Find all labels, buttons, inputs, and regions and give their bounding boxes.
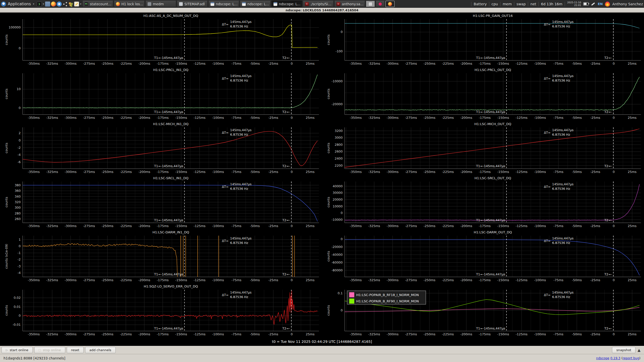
taskbar-window-button[interactable] (366, 1, 375, 7)
notes-icon[interactable] (74, 2, 79, 7)
stop-online-button[interactable]: □stop online (34, 347, 65, 353)
plot-canvas[interactable]: -350ms-325ms-300ms-275ms-250ms-225ms-200… (322, 13, 644, 67)
red-dot-icon (378, 2, 382, 6)
plot-panel[interactable]: -350ms-325ms-300ms-275ms-250ms-225ms-200… (322, 229, 644, 283)
plot-canvas[interactable]: -350ms-325ms-300ms-275ms-250ms-225ms-200… (0, 121, 322, 175)
taskbar-window-button-label: anthony.sa... (342, 2, 364, 6)
svg-text:ΔT=: ΔT= (222, 22, 229, 26)
svg-text:10000: 10000 (333, 204, 343, 208)
report-bug-link[interactable]: report bug (623, 356, 639, 360)
svg-text:T1=-145ms,447μs: T1=-145ms,447μs (154, 110, 183, 114)
svg-text:2800: 2800 (335, 143, 343, 147)
plot-panel[interactable]: -350ms-325ms-300ms-275ms-250ms-225ms-200… (322, 175, 644, 229)
window-titlebar[interactable]: ndscope: LOCKLOSS 1446864287.416504 (0, 8, 644, 13)
plot-panel[interactable]: -350ms-325ms-300ms-275ms-250ms-225ms-200… (322, 67, 644, 121)
taskbar-window-button[interactable] (385, 1, 395, 7)
ndscope-icon (273, 2, 277, 6)
taskbar-window-button[interactable]: >./scripts/Si... (303, 1, 334, 7)
svg-text:-40000: -40000 (332, 253, 343, 257)
taskbar-window-button[interactable]: H1 lock los... (114, 1, 145, 7)
plot-panel[interactable]: -350ms-325ms-300ms-275ms-250ms-225ms-200… (0, 283, 322, 337)
tray-mem-label[interactable]: mem (503, 2, 512, 6)
svg-text:T2=-: T2=- (282, 56, 290, 60)
plot-panel[interactable]: -350ms-325ms-300ms-275ms-250ms-225ms-200… (0, 121, 322, 175)
axes (345, 127, 641, 169)
plot-panel[interactable]: -350ms-325ms-300ms-275ms-250ms-225ms-200… (0, 13, 322, 67)
svg-text:6.87536 Hz: 6.87536 Hz (230, 24, 248, 28)
plot-panel[interactable]: -350ms-325ms-300ms-275ms-250ms-225ms-200… (322, 13, 644, 67)
svg-text:-250ms: -250ms (424, 116, 435, 120)
plot-canvas[interactable]: -350ms-325ms-300ms-275ms-250ms-225ms-200… (322, 229, 644, 283)
plot-canvas[interactable]: -350ms-325ms-300ms-275ms-250ms-225ms-200… (0, 67, 322, 121)
svg-text:-225ms: -225ms (442, 332, 454, 336)
collapse-triangle-icon[interactable]: ▲ (637, 348, 640, 352)
svg-text:-275ms: -275ms (83, 116, 95, 120)
chevron-down-icon[interactable]: ▾ (80, 3, 81, 5)
grid (23, 290, 319, 331)
terminal-launcher-icon[interactable]: ❯ (37, 2, 42, 7)
plot-panel[interactable]: -350ms-325ms-300ms-275ms-250ms-225ms-200… (322, 283, 644, 337)
svg-text:0: 0 (291, 278, 293, 282)
plot-canvas[interactable]: -350ms-325ms-300ms-275ms-250ms-225ms-200… (322, 121, 644, 175)
snapshot-button[interactable]: snapshot (612, 347, 635, 353)
taskbar-window-button[interactable] (376, 1, 385, 7)
start-online-button[interactable]: ▷start online (2, 347, 33, 353)
keyboard-layout-label[interactable]: EN (598, 2, 603, 6)
svg-text:-300ms: -300ms (387, 62, 399, 65)
legend[interactable]: H1:LSC-POPAIR_B_RF18_I_NORM_MONH1:LSC-PO… (347, 291, 426, 304)
tray-swap-label[interactable]: swap (517, 2, 526, 6)
flame-icon[interactable] (605, 2, 610, 7)
plot-canvas[interactable]: -350ms-325ms-300ms-275ms-250ms-225ms-200… (0, 13, 322, 67)
user-name-label[interactable]: Anthony Sanchez (612, 2, 643, 6)
plot-canvas[interactable]: -350ms-325ms-300ms-275ms-250ms-225ms-200… (0, 283, 322, 337)
version-link[interactable]: 0.19.3 (610, 356, 621, 360)
share-icon[interactable] (62, 2, 68, 7)
plot-canvas[interactable]: -350ms-325ms-300ms-275ms-250ms-225ms-200… (0, 229, 322, 283)
users-icon[interactable] (68, 2, 73, 7)
svg-text:T1=-145ms,447μs: T1=-145ms,447μs (154, 164, 183, 168)
taskbar-window-button[interactable]: ndscope: L... (240, 1, 271, 7)
play-icon: ▷ (6, 348, 8, 352)
plot-panel[interactable]: -350ms-325ms-300ms-275ms-250ms-225ms-200… (0, 67, 322, 121)
svg-text:10: 10 (17, 87, 21, 91)
taskbar-window-button-label: ndscope: L... (247, 2, 269, 6)
taskbar-window-button[interactable]: medm (145, 1, 176, 7)
plot-canvas[interactable]: -350ms-325ms-300ms-275ms-250ms-225ms-200… (0, 175, 322, 229)
svg-text:-125ms: -125ms (194, 224, 206, 228)
reset-button[interactable]: reset (67, 347, 84, 353)
plot-panel[interactable]: -350ms-325ms-300ms-275ms-250ms-225ms-200… (0, 175, 322, 229)
plot-canvas[interactable]: -350ms-325ms-300ms-275ms-250ms-225ms-200… (322, 175, 644, 229)
plot-panel[interactable]: -350ms-325ms-300ms-275ms-250ms-225ms-200… (0, 229, 322, 283)
tray-cpu-label[interactable]: cpu (492, 2, 498, 6)
svg-text:-275ms: -275ms (405, 224, 417, 228)
taskbar-window-button[interactable]: >anthony.sa... (334, 1, 365, 7)
plot-panel[interactable]: -350ms-325ms-300ms-275ms-250ms-225ms-200… (322, 121, 644, 175)
stylus-icon[interactable] (591, 2, 595, 6)
svg-text:0.1: 0.1 (338, 291, 343, 295)
svg-text:-175ms: -175ms (479, 278, 491, 282)
svg-text:-250ms: -250ms (102, 278, 113, 282)
svg-text:25ms: 25ms (306, 224, 315, 228)
ndscope-link[interactable]: ndscope (596, 356, 609, 360)
chromium-launcher-icon[interactable] (57, 2, 62, 7)
file-manager-icon[interactable] (45, 2, 50, 7)
add-channels-button[interactable]: add channels (85, 347, 116, 353)
svg-text:-325ms: -325ms (368, 62, 380, 65)
taskbar-window-button[interactable]: ndscope: L... (271, 1, 302, 7)
tray-battery-label[interactable]: Battery (474, 2, 487, 6)
taskbar-window-button[interactable]: PCstatecount... (82, 1, 113, 7)
clock[interactable]: 2025-11-10 21:01 (567, 1, 581, 7)
applications-menu[interactable]: Applications ▾ (1, 2, 35, 7)
plot-canvas[interactable]: -350ms-325ms-300ms-275ms-250ms-225ms-200… (322, 67, 644, 121)
battery-icon[interactable] (583, 2, 589, 6)
chevron-down-icon[interactable]: ▾ (43, 3, 44, 5)
tray-net-label[interactable]: net (530, 2, 536, 6)
firefox-launcher-icon[interactable] (51, 2, 56, 7)
plots-grid: -350ms-325ms-300ms-275ms-250ms-225ms-200… (0, 13, 644, 337)
plot-title: H1:LSC-MICH_IN1_DQ (153, 122, 189, 126)
plot-canvas[interactable]: -350ms-325ms-300ms-275ms-250ms-225ms-200… (322, 283, 644, 337)
taskbar-window-button[interactable]: SITEMAP.adl (177, 1, 208, 7)
svg-text:-100ms: -100ms (534, 224, 546, 228)
svg-text:6.87536 Hz: 6.87536 Hz (230, 79, 248, 82)
taskbar-window-button[interactable]: ndscope: L... (208, 1, 239, 7)
